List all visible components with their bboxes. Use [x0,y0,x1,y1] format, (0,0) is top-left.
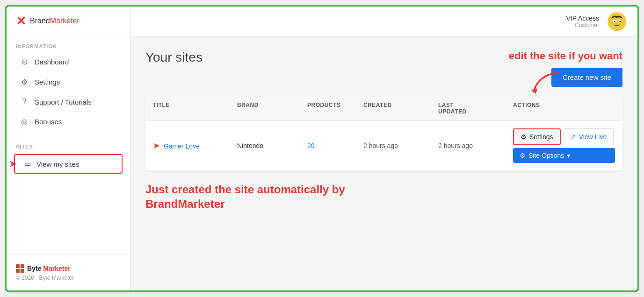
col-products: PRODUCTS [307,102,363,115]
sidebar-item-dashboard[interactable]: ⊙ Dashboard [10,53,126,71]
sidebar-item-bonuses-label: Bonuses [35,118,62,126]
topbar-role: Customer [566,22,599,28]
col-brand: BRAND [237,102,307,115]
cell-brand: Nintendo [237,142,307,149]
table-row: ➤ Gamer Love Nintendo 20 2 hours ago 2 h… [145,121,622,171]
row-arrow-icon: ➤ [153,141,160,150]
actions-row: ⚙ Settings ↗ View Live [513,128,615,145]
cell-products: 20 [307,142,363,149]
sidebar-footer: Byte Marketer © 2020 - Byte Marketer [7,255,130,290]
chevron-down-icon: ▾ [567,152,570,159]
bytemarketer-icon [16,264,24,273]
page-header: Your sites edit the site if you want Cre… [145,50,622,87]
cell-actions: ⚙ Settings ↗ View Live ⚙ Site Opt [513,128,615,163]
svg-point-6 [610,21,613,24]
annotation-arrow [524,71,562,96]
content-area: Your sites edit the site if you want Cre… [130,37,637,290]
logo-text: BrandMarketer [30,17,80,25]
site-title-link[interactable]: Gamer Love [164,142,200,150]
logo: ✕ BrandMarketer [7,7,130,35]
user-info: VIP Access Customer [566,14,599,28]
footer-logo-text: Byte Marketer [27,265,71,272]
gear-icon: ⚙ [20,78,29,86]
avatar [608,12,626,31]
bottom-annotation-line2: BrandMarketer [145,197,622,211]
edit-annotation-text: edit the site if you want [509,50,622,62]
bottom-annotation-line1: Just created the site automatically by [145,182,622,197]
sidebar: ✕ BrandMarketer INFORMATION ⊙ Dashboard … [7,7,130,290]
col-actions: ACTIONS [513,102,615,115]
external-link-icon: ↗ [571,133,576,141]
cell-created: 2 hours ago [363,142,438,149]
sidebar-item-settings[interactable]: ⚙ Settings [10,73,126,91]
sidebar-item-settings-label: Settings [35,78,60,86]
site-options-button[interactable]: ⚙ Site Options ▾ [513,148,615,163]
svg-point-4 [614,21,615,22]
sidebar-arrow-icon: ➤ [9,159,16,169]
col-last-updated: LASTUPDATED [438,102,513,115]
footer-copyright: © 2020 - Byte Marketer [16,275,121,281]
sites-icon: ▭ [24,160,31,168]
sites-section-label: SITES [7,135,130,152]
col-title: TITLE [153,102,237,115]
page-title: Your sites [145,50,203,65]
view-my-sites-label: View my sites [36,160,79,168]
info-section-label: INFORMATION [7,35,130,52]
sidebar-item-bonuses[interactable]: ◎ Bonuses [10,113,126,131]
site-options-gear-icon: ⚙ [520,152,526,159]
bottom-annotation: Just created the site automatically by B… [145,182,622,211]
settings-button[interactable]: ⚙ Settings [513,128,561,145]
globe-icon: ⊙ [20,57,29,66]
actions-wrapper: ⚙ Settings ↗ View Live ⚙ Site Opt [513,128,615,163]
footer-logo: Byte Marketer [16,264,121,273]
cell-title: ➤ Gamer Love [153,141,237,151]
svg-point-5 [620,21,621,22]
svg-point-7 [621,21,624,24]
cell-last-updated: 2 hours ago [438,142,513,149]
sidebar-item-support-label: Support / Tutorials [35,98,92,106]
sidebar-item-dashboard-label: Dashboard [35,58,69,66]
create-new-site-button[interactable]: Create new site [551,68,622,87]
sites-table: TITLE BRAND PRODUCTS CREATED LASTUPDATED… [145,96,622,171]
logo-x-icon: ✕ [16,15,26,27]
question-icon: ? [20,98,29,106]
sidebar-item-support[interactable]: ? Support / Tutorials [10,93,126,111]
top-annotation: edit the site if you want Create new sit… [509,50,622,87]
settings-gear-icon: ⚙ [521,133,527,141]
products-link[interactable]: 20 [307,142,315,149]
table-header: TITLE BRAND PRODUCTS CREATED LASTUPDATED… [145,96,622,121]
main-content: VIP Access Customer [130,7,637,290]
col-created: CREATED [363,102,438,115]
view-my-sites-button[interactable]: ▭ View my sites [14,154,123,174]
gift-icon: ◎ [20,117,29,126]
topbar-access-label: VIP Access [566,14,599,22]
view-live-button[interactable]: ↗ View Live [564,128,614,145]
topbar: VIP Access Customer [130,7,637,37]
